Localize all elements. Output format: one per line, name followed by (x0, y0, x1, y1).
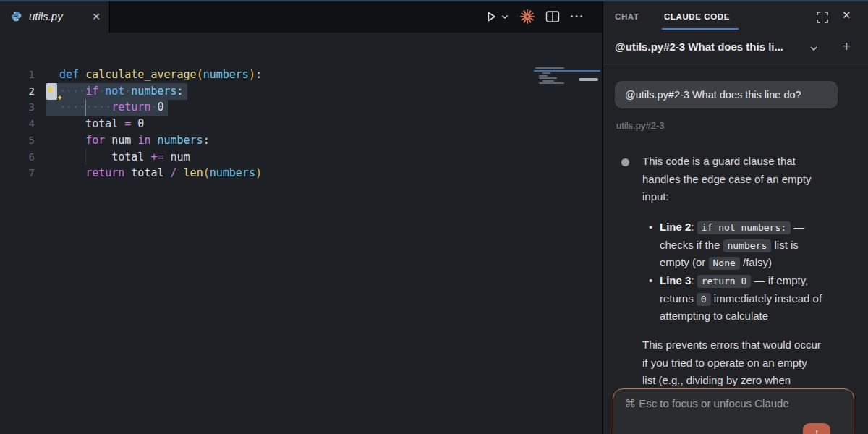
code-token: = (124, 117, 131, 130)
response-text: Line 2 (660, 221, 691, 233)
user-message-text: @utils.py#2-3 What does this line do? (625, 89, 801, 101)
code-token: numbers (131, 85, 176, 98)
code-token: · (98, 85, 105, 98)
chevron-down-icon[interactable] (501, 12, 509, 21)
code-line[interactable]: 5 for num in numbers: (0, 132, 210, 149)
code-token: for (85, 134, 105, 147)
claude-code-icon[interactable] (519, 9, 535, 25)
claude-input-box[interactable]: ⌘ Esc to focus or unfocus Claude ↑ (613, 388, 854, 434)
code-line[interactable]: 4 total = 0 (0, 116, 144, 132)
response-outro: This prevents errors that would occurif … (642, 336, 821, 390)
conversation-title[interactable]: @utils.py#2-3 What does this li... (615, 41, 804, 53)
code-token: 0 (157, 101, 163, 114)
new-conversation-icon[interactable]: + (842, 38, 851, 55)
response-text: checks if the (660, 239, 723, 251)
code-token: numbers (210, 166, 255, 179)
inline-code: None (709, 257, 740, 270)
tab-claude-code[interactable]: CLAUDE CODE (664, 12, 730, 21)
code-line[interactable]: 6 total += num (0, 149, 190, 166)
code-token: return (111, 101, 150, 114)
response-text-line: handles the edge case of an empty (642, 171, 812, 189)
scrollbar-handle[interactable] (579, 78, 598, 81)
conversation-header: @utils.py#2-3 What does this li... + (603, 35, 868, 64)
response-text: attempting to calculate (660, 310, 768, 322)
line-number[interactable]: 1 (0, 67, 35, 83)
code-token: not (105, 85, 124, 98)
minimap-line (539, 75, 548, 77)
tab-chat[interactable]: CHAT (615, 12, 639, 21)
run-button[interactable] (484, 9, 509, 24)
code-editor[interactable]: ✦ ✦ 1def calculate_average(numbers):2···… (0, 33, 602, 434)
minimap-line (542, 72, 550, 74)
code-token: 0 (131, 117, 144, 130)
response-text: — if empty, (751, 274, 808, 286)
inline-code: numbers (723, 239, 772, 252)
code-token: total (59, 117, 124, 130)
code-token: total (59, 150, 150, 163)
chevron-down-icon[interactable] (809, 44, 819, 53)
panel-divider (603, 64, 868, 64)
line-number[interactable]: 3 (0, 99, 35, 116)
code-token: calculate_average (85, 68, 197, 81)
sparkle-icon: ✦ (56, 94, 63, 102)
code-token (79, 68, 85, 81)
line-number[interactable]: 7 (0, 165, 35, 182)
response-text-line: if you tried to operate on an empty (642, 354, 821, 373)
window-top-border (0, 0, 868, 1)
code-token: in (137, 134, 150, 147)
code-token: : (177, 85, 184, 98)
code-token (59, 134, 85, 147)
response-text: returns (660, 292, 697, 305)
tab-filename: utils.py (29, 10, 85, 22)
minimap-selection-highlight (534, 70, 600, 72)
line-number[interactable]: 2 (0, 83, 35, 100)
code-token: ) (255, 166, 262, 179)
tab-close-icon[interactable]: ✕ (92, 11, 101, 22)
tab-utils-py[interactable]: utils.py ✕ (0, 0, 110, 33)
code-line[interactable]: 3········return·0 (0, 99, 168, 116)
line-number[interactable]: 5 (0, 132, 35, 149)
code-token: ···· (59, 85, 85, 98)
response-list-item: •Line 2: if not numbers: —checks if the … (660, 218, 804, 272)
close-panel-icon[interactable]: ✕ (842, 9, 851, 22)
line-number[interactable]: 4 (0, 116, 35, 132)
line-number[interactable]: 6 (0, 149, 35, 166)
more-actions-icon[interactable]: ··· (570, 13, 584, 20)
response-text: immediately instead of (711, 292, 822, 305)
code-line[interactable]: 7 return total / len(numbers) (0, 165, 262, 182)
code-text: total += num (59, 149, 190, 166)
expand-panel-icon[interactable] (816, 11, 829, 24)
python-file-icon (10, 10, 22, 22)
list-bullet: • (649, 272, 652, 290)
code-token: if (85, 85, 98, 98)
split-editor-icon[interactable] (545, 10, 560, 23)
code-token: · (124, 85, 131, 98)
response-text-line: checks if the numbers list is (660, 237, 804, 255)
code-token: : (255, 68, 262, 81)
code-text: for num in numbers: (59, 132, 210, 149)
code-text: total = 0 (59, 116, 144, 132)
send-button[interactable]: ↑ (803, 423, 830, 434)
code-token: ) (249, 68, 255, 81)
editor-toolbar: ··· (463, 0, 602, 33)
response-text-line: list (e.g., dividing by zero when (642, 372, 821, 390)
minimap-line (542, 80, 554, 82)
code-token: ( (197, 68, 203, 81)
response-text-line: returns 0 immediately instead of (660, 290, 822, 308)
code-token: += (150, 150, 163, 163)
code-line[interactable]: 2····if·not·numbers: (0, 83, 187, 100)
code-token: numbers (203, 68, 249, 81)
context-reference: utils.py#2-3 (616, 120, 664, 131)
play-icon (484, 9, 498, 24)
panel-tab-bar: CHAT CLAUDE CODE ✕ (603, 0, 868, 33)
code-token: len (184, 166, 203, 179)
minimap-line (535, 67, 564, 69)
inline-code: return 0 (697, 275, 752, 288)
list-bullet: • (649, 218, 652, 237)
input-placeholder: ⌘ Esc to focus or unfocus Claude (625, 397, 789, 410)
code-token: num (105, 134, 137, 147)
response-text-line: This prevents errors that would occur (642, 336, 821, 354)
code-line[interactable]: 1def calculate_average(numbers): (0, 67, 262, 83)
response-text-line: empty (or None /falsy) (660, 254, 804, 272)
response-text: Line 3 (660, 274, 691, 286)
